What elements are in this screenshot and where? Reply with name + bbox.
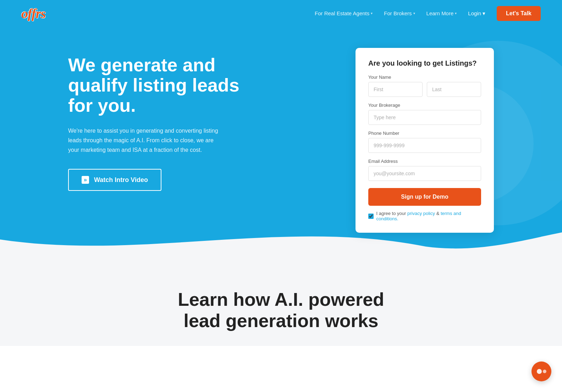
signup-button[interactable]: Sign up for Demo [368,188,481,206]
double-chevron-icon: » [82,176,89,184]
chevron-down-icon: ▾ [371,11,373,15]
name-label: Your Name [368,74,481,80]
phone-label: Phone Number [368,131,481,136]
brokerage-group: Your Brokerage [368,103,481,125]
bottom-section: Learn how A.I. powered lead generation w… [0,261,562,346]
nav-brokers[interactable]: For Brokers ▾ [384,10,415,16]
brokerage-input[interactable] [368,110,481,125]
nav-learn-more[interactable]: Learn More ▾ [426,10,457,16]
chevron-down-icon: ▾ [455,11,457,15]
phone-input[interactable] [368,138,481,153]
brokerage-label: Your Brokerage [368,103,481,108]
agree-checkbox[interactable] [368,214,374,219]
logo[interactable]: offrs [21,6,45,21]
signup-form-card: Are you looking to get Listings? Your Na… [356,48,494,233]
last-name-input[interactable] [427,82,481,97]
privacy-policy-link[interactable]: privacy policy [407,211,435,216]
lets-talk-button[interactable]: Let's Talk [497,6,541,21]
navbar: offrs For Real Estate Agents ▾ For Broke… [0,0,562,27]
email-label: Email Address [368,159,481,164]
email-input[interactable] [368,166,481,181]
hero-section: We generate and qualify listing leads fo… [0,27,562,261]
phone-group: Phone Number [368,131,481,153]
form-title: Are you looking to get Listings? [368,59,481,67]
agree-text: I agree to your privacy policy & terms a… [376,211,481,221]
hero-left: We generate and qualify listing leads fo… [68,48,253,191]
nav-links: For Real Estate Agents ▾ For Brokers ▾ L… [315,6,541,21]
hero-subtext: We're here to assist you in generating a… [68,126,221,155]
chevron-down-icon: ▾ [413,11,415,15]
bottom-heading: Learn how A.I. powered lead generation w… [21,289,541,332]
first-name-input[interactable] [368,82,423,97]
watch-intro-button[interactable]: » Watch Intro Video [68,169,161,191]
nav-login[interactable]: Login ▾ [468,10,485,17]
chevron-down-icon: ▾ [483,10,485,17]
nav-real-estate-agents[interactable]: For Real Estate Agents ▾ [315,10,373,16]
name-row [368,82,481,97]
agree-row: I agree to your privacy policy & terms a… [368,211,481,221]
hero-heading: We generate and qualify listing leads fo… [68,55,253,116]
email-group: Email Address [368,159,481,181]
